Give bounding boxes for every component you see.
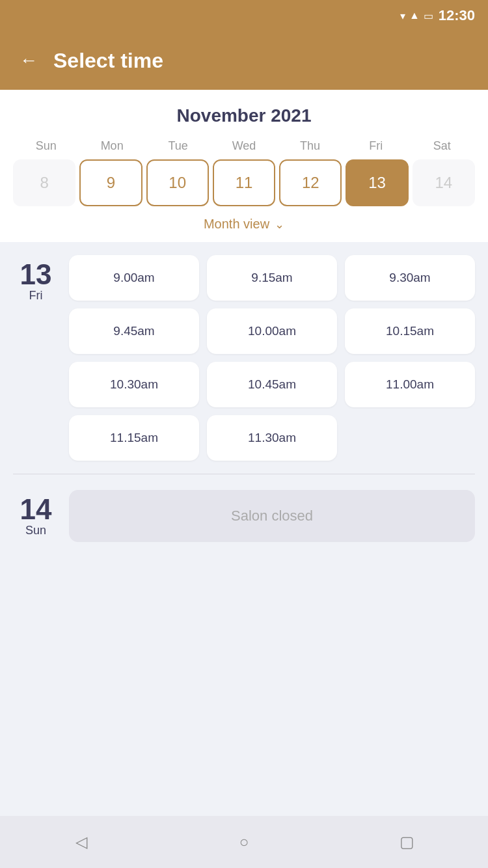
time-slot[interactable]: 11.15am: [69, 415, 199, 461]
day-block-13: 13 Fri 9.00am 9.15am 9.30am 9.45am 10.00…: [13, 255, 475, 461]
month-view-toggle[interactable]: Month view ⌄: [13, 217, 475, 232]
status-bar: ▾ ▲ ▭ 12:30: [0, 0, 488, 31]
nav-bar: ◁ ○ ▢: [0, 816, 488, 868]
section-divider: [13, 474, 475, 474]
weekday-sat: Sat: [409, 139, 475, 153]
app-header: ← Select time: [0, 31, 488, 90]
month-view-label: Month view: [204, 217, 269, 232]
time-slot[interactable]: 10.00am: [207, 308, 337, 354]
date-cell-9[interactable]: 9: [79, 159, 142, 206]
weekday-row: Sun Mon Tue Wed Thu Fri Sat: [13, 139, 475, 153]
date-cell-8[interactable]: 8: [13, 159, 75, 206]
time-slot[interactable]: 10.15am: [345, 308, 475, 354]
back-nav-icon: ◁: [75, 833, 87, 851]
time-slot[interactable]: 9.15am: [207, 255, 337, 301]
day-number-13: 13: [20, 260, 52, 289]
slots-grid-13: 9.00am 9.15am 9.30am 9.45am 10.00am 10.1…: [69, 255, 475, 461]
weekday-thu: Thu: [277, 139, 343, 153]
weekday-fri: Fri: [343, 139, 409, 153]
month-year-label: November 2021: [13, 105, 475, 126]
page-title: Select time: [53, 49, 163, 73]
day-number-14: 14: [20, 495, 52, 524]
time-slot[interactable]: 9.45am: [69, 308, 199, 354]
date-cell-14[interactable]: 14: [413, 159, 475, 206]
date-cell-13[interactable]: 13: [346, 159, 408, 206]
calendar-section: November 2021 Sun Mon Tue Wed Thu Fri Sa…: [0, 90, 488, 242]
home-nav-icon: ○: [239, 833, 249, 851]
signal-icon: ▲: [409, 10, 420, 21]
status-time: 12:30: [439, 7, 475, 24]
time-slot[interactable]: 11.30am: [207, 415, 337, 461]
nav-back-button[interactable]: ◁: [70, 830, 93, 854]
date-cell-10[interactable]: 10: [146, 159, 209, 206]
time-slot[interactable]: 9.00am: [69, 255, 199, 301]
weekday-wed: Wed: [211, 139, 277, 153]
day-block-14: 14 Sun Salon closed: [13, 490, 475, 542]
date-cell-12[interactable]: 12: [279, 159, 342, 206]
nav-recent-button[interactable]: ▢: [395, 830, 418, 854]
wifi-icon: ▾: [400, 10, 405, 22]
time-slot[interactable]: 10.30am: [69, 362, 199, 407]
date-cell-11[interactable]: 11: [213, 159, 275, 206]
day-label-13: 13 Fri: [13, 255, 59, 461]
time-slot[interactable]: 11.00am: [345, 362, 475, 407]
day-label-14: 14 Sun: [13, 490, 59, 542]
chevron-down-icon: ⌄: [275, 217, 284, 232]
back-button[interactable]: ←: [20, 51, 38, 70]
battery-icon: ▭: [424, 10, 433, 22]
nav-home-button[interactable]: ○: [232, 830, 256, 854]
recent-nav-icon: ▢: [400, 833, 414, 851]
day-name-13: Fri: [29, 289, 43, 303]
time-slot[interactable]: 10.45am: [207, 362, 337, 407]
status-icons: ▾ ▲ ▭: [400, 10, 433, 22]
day-name-14: Sun: [25, 524, 46, 537]
time-slot[interactable]: 9.30am: [345, 255, 475, 301]
time-section: 13 Fri 9.00am 9.15am 9.30am 9.45am 10.00…: [0, 242, 488, 816]
salon-closed-label: Salon closed: [69, 490, 475, 542]
date-row: 8 9 10 11 12 13 14: [13, 159, 475, 206]
weekday-mon: Mon: [79, 139, 144, 153]
weekday-sun: Sun: [13, 139, 79, 153]
weekday-tue: Tue: [145, 139, 211, 153]
